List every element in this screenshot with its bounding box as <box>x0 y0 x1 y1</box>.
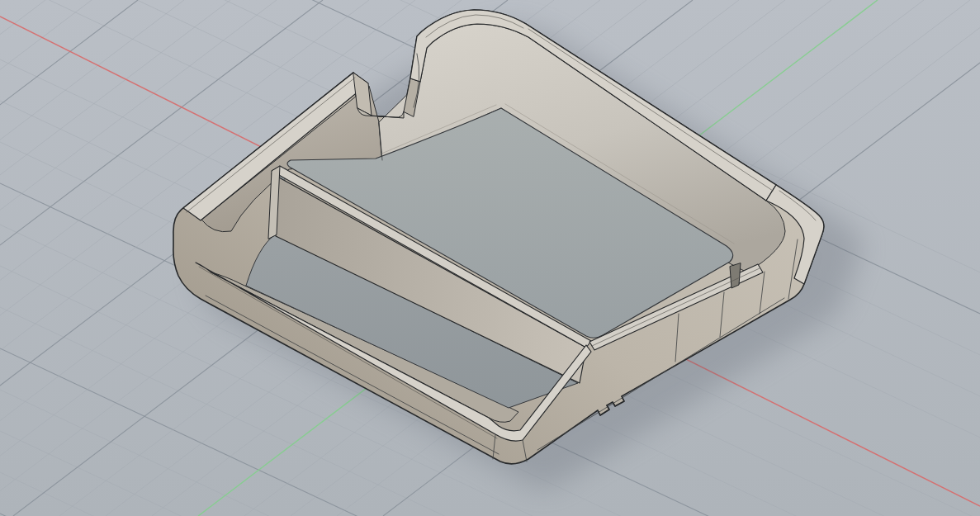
letterbox-bar <box>0 0 980 2</box>
viewport <box>0 0 980 516</box>
cable-slot[interactable] <box>730 263 741 288</box>
scene-svg <box>0 0 980 516</box>
